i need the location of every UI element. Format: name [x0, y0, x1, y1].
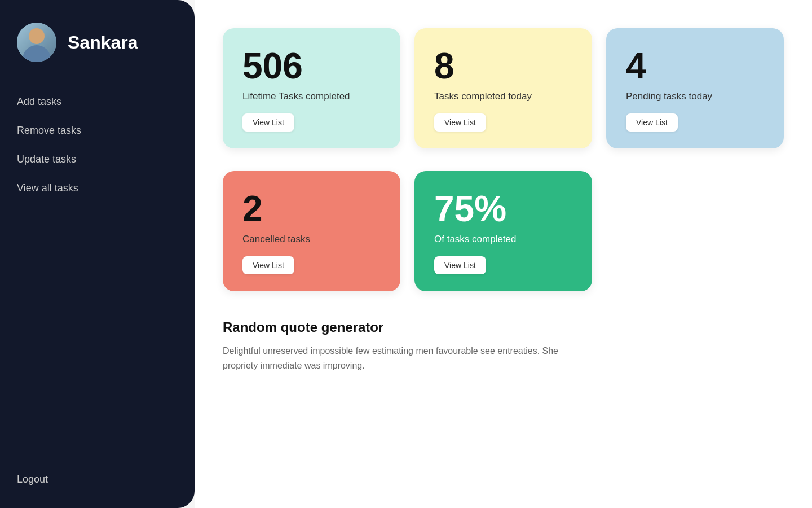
sidebar-item-view-all-tasks[interactable]: View all tasks	[17, 182, 178, 194]
logout-button[interactable]: Logout	[17, 474, 48, 485]
card-lifetime-tasks: 506 Lifetime Tasks completed View List	[223, 28, 400, 148]
card-pending-today: 4 Pending tasks today View List	[606, 28, 784, 148]
quote-text: Delightful unreserved impossible few est…	[223, 344, 561, 373]
sidebar-header: Sankara	[17, 23, 178, 62]
cards-row-1: 506 Lifetime Tasks completed View List 8…	[223, 28, 784, 148]
card-lifetime-label: Lifetime Tasks completed	[242, 91, 381, 113]
view-list-lifetime-button[interactable]: View List	[242, 113, 294, 132]
view-list-percentage-button[interactable]: View List	[434, 256, 486, 274]
card-empty-slot	[606, 171, 784, 291]
quote-section: Random quote generator Delightful unrese…	[223, 319, 784, 373]
card-completed-today-label: Tasks completed today	[434, 91, 572, 113]
sidebar-item-remove-tasks[interactable]: Remove tasks	[17, 125, 178, 137]
card-cancelled-tasks: 2 Cancelled tasks View List	[223, 171, 400, 291]
card-pending-today-label: Pending tasks today	[626, 91, 764, 113]
card-lifetime-number: 506	[242, 48, 381, 84]
card-tasks-percentage: 75% Of tasks completed View List	[414, 171, 592, 291]
card-cancelled-number: 2	[242, 191, 381, 227]
sidebar-username: Sankara	[68, 32, 138, 53]
sidebar-footer: Logout	[17, 474, 178, 485]
main-content: 506 Lifetime Tasks completed View List 8…	[195, 0, 812, 508]
sidebar-nav: Add tasks Remove tasks Update tasks View…	[17, 96, 178, 474]
card-percentage-number: 75%	[434, 191, 572, 227]
sidebar: Sankara Add tasks Remove tasks Update ta…	[0, 0, 195, 508]
view-list-pending-today-button[interactable]: View List	[626, 113, 678, 132]
sidebar-item-add-tasks[interactable]: Add tasks	[17, 96, 178, 108]
view-list-completed-today-button[interactable]: View List	[434, 113, 486, 132]
avatar-image	[17, 23, 56, 62]
quote-title: Random quote generator	[223, 319, 784, 335]
view-list-cancelled-button[interactable]: View List	[242, 256, 294, 274]
card-cancelled-label: Cancelled tasks	[242, 234, 381, 256]
card-pending-today-number: 4	[626, 48, 764, 84]
cards-row-2: 2 Cancelled tasks View List 75% Of tasks…	[223, 171, 784, 291]
card-percentage-label: Of tasks completed	[434, 234, 572, 256]
sidebar-item-update-tasks[interactable]: Update tasks	[17, 154, 178, 165]
card-completed-today-number: 8	[434, 48, 572, 84]
avatar	[17, 23, 56, 62]
card-completed-today: 8 Tasks completed today View List	[414, 28, 592, 148]
